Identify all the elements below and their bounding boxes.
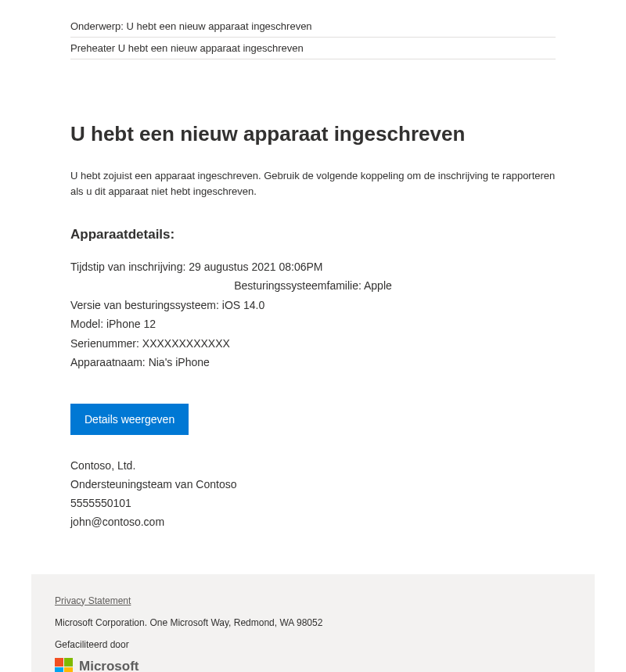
os-version-label: Versie van besturingssysteem: [70,299,219,311]
contact-company: Contoso, Ltd. [70,457,556,476]
device-name-row: Apparaatnaam: Nia's iPhone [70,354,556,371]
contact-team: Ondersteuningsteam van Contoso [70,476,556,494]
os-version-value: iOS 14.0 [222,299,264,311]
microsoft-logo-text: Microsoft [79,659,139,672]
preheader-row: Preheater U hebt een nieuw apparaat inge… [70,38,556,59]
model-value: iPhone 12 [106,318,156,330]
facilitated-by-label: Gefaciliteerd door [55,639,571,650]
device-name-value: Nia's iPhone [149,356,210,368]
os-family-row: Besturingssysteemfamilie: Apple [70,277,556,294]
device-name-label: Apparaatnaam: [70,356,146,368]
view-details-button[interactable]: Details weergeven [70,404,189,435]
subject-value: U hebt een nieuw apparaat ingeschreven [127,20,312,32]
enrollment-time-row: Tijdstip van inschrijving: 29 augustus 2… [70,258,556,275]
microsoft-address: Microsoft Corporation. One Microsoft Way… [55,617,571,628]
enrollment-time-value: 29 augustus 2021 08:06PM [189,261,322,273]
privacy-statement-link[interactable]: Privacy Statement [55,595,131,606]
preheader-label: Preheater [70,42,115,54]
intro-text: U hebt zojuist een apparaat ingeschreven… [70,168,556,199]
contact-block: Contoso, Ltd. Ondersteuningsteam van Con… [70,457,556,531]
device-details-block: Tijdstip van inschrijving: 29 augustus 2… [70,258,556,371]
serial-row: Serienummer: XXXXXXXXXXXX [70,335,556,352]
os-family-label: Besturingssysteemfamilie: [234,279,362,292]
email-metadata-header: Onderwerp: U hebt een nieuw apparaat ing… [0,0,626,59]
device-details-heading: Apparaatdetails: [70,227,556,243]
contact-email: john@contoso.com [70,513,556,532]
model-row: Model: iPhone 12 [70,315,556,332]
model-label: Model: [70,318,103,330]
serial-value: XXXXXXXXXXXX [142,337,230,350]
preheader-value: U hebt een nieuw apparaat ingeschreven [118,42,304,54]
subject-row: Onderwerp: U hebt een nieuw apparaat ing… [70,16,556,38]
email-body: U hebt een nieuw apparaat ingeschreven U… [0,59,626,555]
page-title: U hebt een nieuw apparaat ingeschreven [70,122,556,146]
enrollment-time-label: Tijdstip van inschrijving: [70,261,185,273]
os-version-row: Versie van besturingssysteem: iOS 14.0 [70,296,556,314]
subject-label: Onderwerp: [70,20,124,32]
contact-phone: 5555550101 [70,494,556,513]
microsoft-logo-icon [55,658,73,672]
serial-label: Serienummer: [70,337,139,350]
microsoft-logo: Microsoft [55,658,571,672]
footer: Privacy Statement Microsoft Corporation.… [31,574,595,672]
os-family-value: Apple [364,279,392,292]
